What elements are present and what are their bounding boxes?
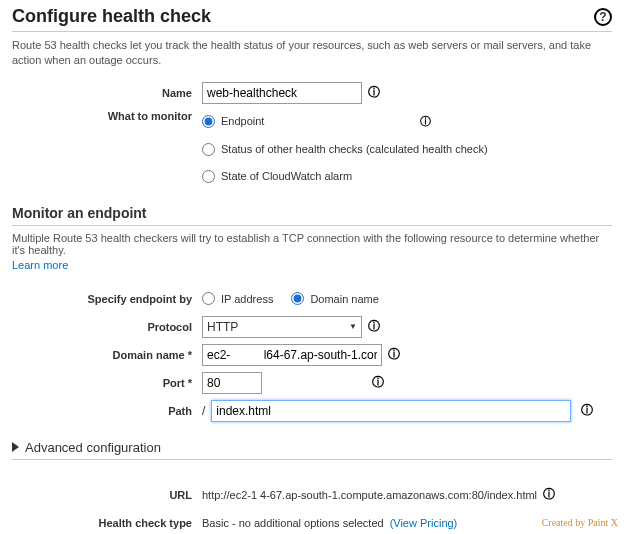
view-pricing-link[interactable]: (View Pricing) xyxy=(390,517,458,529)
url-label: URL xyxy=(12,489,202,501)
help-icon[interactable]: ? xyxy=(594,8,612,26)
what-to-monitor-label: What to monitor xyxy=(12,110,202,122)
divider xyxy=(12,459,612,460)
advanced-configuration-toggle[interactable]: Advanced configuration xyxy=(12,440,612,455)
specify-domain-label: Domain name xyxy=(310,293,378,305)
protocol-select[interactable]: HTTP ▼ xyxy=(202,316,362,338)
divider xyxy=(12,225,612,226)
section-endpoint-desc: Multiple Route 53 health checkers will t… xyxy=(12,232,612,256)
info-icon[interactable]: ⓘ xyxy=(368,318,380,335)
specify-ip-radio[interactable] xyxy=(202,292,215,305)
domain-name-input[interactable] xyxy=(202,344,382,366)
page-title: Configure health check xyxy=(12,6,211,27)
monitor-cloudwatch-radio[interactable] xyxy=(202,170,215,183)
page-description: Route 53 health checks let you track the… xyxy=(12,38,612,68)
monitor-cloudwatch-label: State of CloudWatch alarm xyxy=(221,170,352,182)
info-icon[interactable]: ⓘ xyxy=(368,84,380,101)
monitor-endpoint-radio[interactable] xyxy=(202,115,215,128)
monitor-calculated-radio[interactable] xyxy=(202,143,215,156)
health-check-type-label: Health check type xyxy=(12,517,202,529)
port-input[interactable] xyxy=(202,372,262,394)
info-icon[interactable]: ⓘ xyxy=(581,402,593,419)
monitor-endpoint-label: Endpoint xyxy=(221,115,264,127)
advanced-configuration-label: Advanced configuration xyxy=(25,440,161,455)
monitor-calculated-label: Status of other health checks (calculate… xyxy=(221,143,488,155)
section-endpoint-title: Monitor an endpoint xyxy=(12,205,612,221)
triangle-right-icon xyxy=(12,442,19,452)
specify-endpoint-label: Specify endpoint by xyxy=(12,293,202,305)
domain-name-label: Domain name * xyxy=(12,349,202,361)
specify-domain-radio[interactable] xyxy=(291,292,304,305)
name-label: Name xyxy=(12,87,202,99)
url-value: http://ec2-1 4-67.ap-south-1.compute.ama… xyxy=(202,489,537,501)
path-prefix: / xyxy=(202,404,205,418)
protocol-label: Protocol xyxy=(12,321,202,333)
divider xyxy=(12,31,612,32)
name-input[interactable] xyxy=(202,82,362,104)
protocol-value: HTTP xyxy=(207,320,238,334)
specify-ip-label: IP address xyxy=(221,293,273,305)
info-icon[interactable]: ⓘ xyxy=(543,486,555,503)
learn-more-link[interactable]: Learn more xyxy=(12,259,68,271)
watermark: Created by Paint X xyxy=(542,517,618,528)
path-label: Path xyxy=(12,405,202,417)
info-icon[interactable]: ⓘ xyxy=(372,374,384,391)
info-icon[interactable]: ⓘ xyxy=(420,114,431,129)
path-input[interactable] xyxy=(211,400,571,422)
chevron-down-icon: ▼ xyxy=(349,322,357,331)
health-check-type-value: Basic - no additional options selected xyxy=(202,517,384,529)
port-label: Port * xyxy=(12,377,202,389)
info-icon[interactable]: ⓘ xyxy=(388,346,400,363)
